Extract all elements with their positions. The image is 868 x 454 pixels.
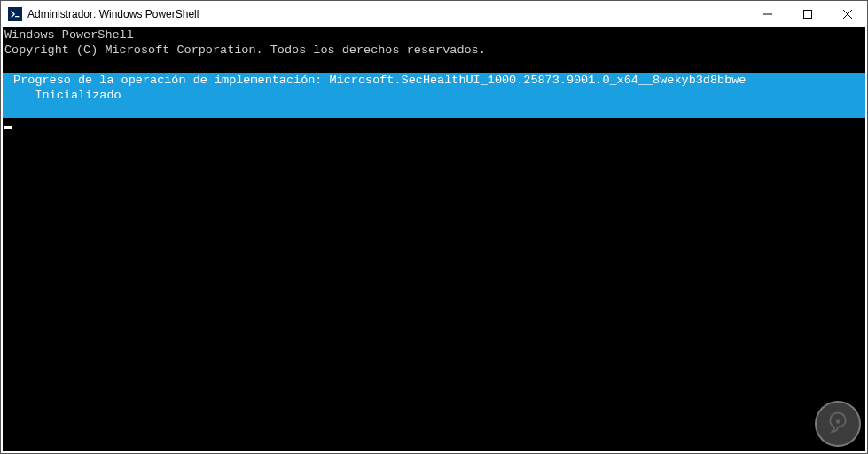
titlebar[interactable]: Administrador: Windows PowerShell xyxy=(1,1,867,27)
close-button[interactable] xyxy=(827,1,867,27)
progress-text: Progreso de la operación de implementaci… xyxy=(4,73,864,88)
cursor-line xyxy=(3,118,865,133)
progress-status: Inicializado xyxy=(4,88,864,103)
svg-rect-3 xyxy=(803,10,811,18)
progress-blank xyxy=(4,103,864,118)
powershell-icon xyxy=(8,7,22,21)
svg-point-6 xyxy=(837,420,840,423)
terminal-output: Windows PowerShell xyxy=(3,27,865,43)
terminal-area[interactable]: Windows PowerShell Copyright (C) Microso… xyxy=(1,27,867,453)
watermark-icon xyxy=(815,401,861,447)
minimize-button[interactable] xyxy=(747,1,787,27)
window-controls xyxy=(747,1,867,27)
maximize-button[interactable] xyxy=(787,1,827,27)
progress-bar: Progreso de la operación de implementaci… xyxy=(3,73,865,118)
terminal-output: Copyright (C) Microsoft Corporation. Tod… xyxy=(3,43,865,58)
cursor xyxy=(4,126,12,129)
powershell-window: Administrador: Windows PowerShell Window… xyxy=(0,0,868,454)
window-title: Administrador: Windows PowerShell xyxy=(27,8,747,20)
